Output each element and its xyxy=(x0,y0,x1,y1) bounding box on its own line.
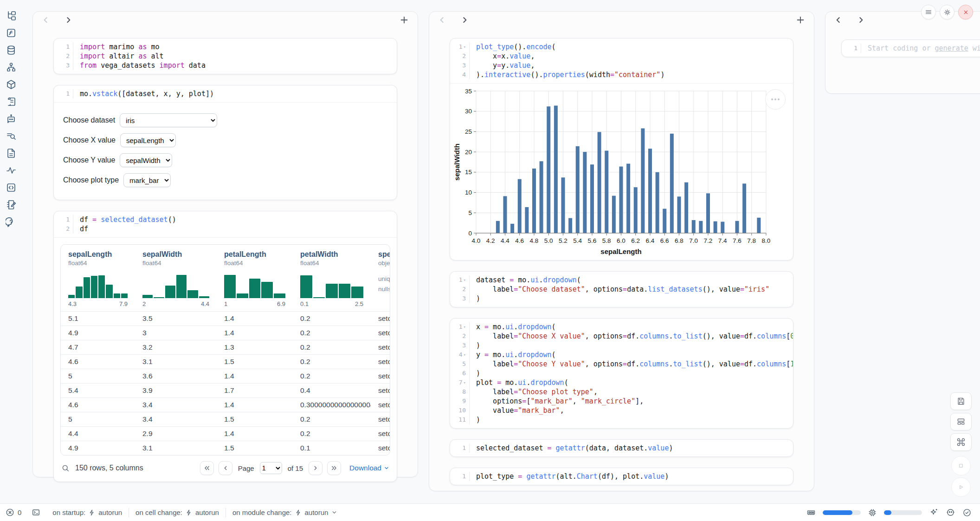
code-editor[interactable]: 1df = selected_dataset()2df xyxy=(54,211,397,237)
column-header[interactable]: sepalWidthfloat6424.4 xyxy=(135,250,217,307)
first-page-button[interactable] xyxy=(200,461,214,475)
cell-dataframe[interactable]: 1df = selected_dataset()2df sepalLengthf… xyxy=(53,211,397,482)
functions-icon[interactable] xyxy=(6,27,17,39)
code-line[interactable]: 3) xyxy=(450,341,793,350)
code-line[interactable]: 1mo.vstack([dataset, x, y, plot]) xyxy=(54,89,397,98)
column-scroll-right-icon[interactable] xyxy=(460,15,469,25)
code-line[interactable]: 2df xyxy=(54,224,397,234)
code-line[interactable]: 4).interactive().properties(width="conta… xyxy=(450,70,793,79)
fold-chevron-icon[interactable]: ▾ xyxy=(464,45,466,49)
generate-link[interactable]: generate xyxy=(935,44,968,52)
code-editor[interactable]: 1plot_type = getattr(alt.Chart(df), plot… xyxy=(450,468,793,485)
on-module-change-setting[interactable]: on module change: autorun xyxy=(232,508,337,516)
connection-status-button[interactable] xyxy=(962,508,972,517)
code-editor[interactable]: 1import marimo as mo2import altair as al… xyxy=(54,39,397,74)
packages-icon[interactable] xyxy=(6,79,17,90)
column-scroll-left-icon[interactable] xyxy=(41,15,51,25)
layout-grid-button[interactable] xyxy=(950,413,972,430)
errors-indicator[interactable]: 0 xyxy=(6,508,21,517)
code-line[interactable]: 2import altair as alt xyxy=(54,52,397,61)
code-line[interactable]: 11) xyxy=(450,415,793,424)
column-scroll-left-icon[interactable] xyxy=(438,15,447,25)
chat-bot-icon[interactable] xyxy=(6,113,17,124)
control-select[interactable]: iris xyxy=(120,113,217,127)
column-scroll-right-icon[interactable] xyxy=(856,15,865,25)
next-page-button[interactable] xyxy=(309,461,322,475)
code-editor[interactable]: 1▾x = mo.ui.dropdown(2 label="Choose X v… xyxy=(450,319,793,428)
script-log-icon[interactable] xyxy=(6,96,17,107)
run-button[interactable] xyxy=(951,477,971,497)
last-page-button[interactable] xyxy=(327,461,341,475)
add-cell-icon[interactable] xyxy=(399,15,409,25)
editor-placeholder[interactable]: Start coding or generate with xyxy=(861,44,980,53)
column-header[interactable]: sepalLengthfloat644.37.9 xyxy=(61,250,135,307)
code-line[interactable]: 9 options=["mark_bar", "mark_circle"], xyxy=(450,397,793,406)
code-editor[interactable]: 1mo.vstack([dataset, x, y, plot]) xyxy=(54,85,397,102)
column-scroll-right-icon[interactable] xyxy=(64,15,73,25)
code-editor[interactable]: 1▾dataset = mo.ui.dropdown(2 label="Choo… xyxy=(450,272,793,307)
code-editor[interactable]: 1▾plot_type().encode(2 x=x.value,3 y=y.v… xyxy=(450,39,793,83)
ai-sparkle-button[interactable] xyxy=(929,508,939,517)
add-cell-icon[interactable] xyxy=(795,15,806,25)
code-line[interactable]: 2 label="Choose dataset", options=data.l… xyxy=(450,285,793,294)
column-scroll-left-icon[interactable] xyxy=(834,15,843,25)
table-search-icon[interactable] xyxy=(61,464,70,472)
column-header[interactable]: petalWidthfloat640.12.5 xyxy=(293,250,371,307)
bar-chart[interactable]: 4.04.24.44.64.85.05.25.45.65.86.06.26.46… xyxy=(450,84,793,260)
chart-menu-button[interactable] xyxy=(765,89,786,110)
fold-chevron-icon[interactable]: ▾ xyxy=(464,353,466,357)
control-select[interactable]: sepalWidth xyxy=(120,153,172,167)
code-line[interactable]: 1▾dataset = mo.ui.dropdown( xyxy=(450,275,793,285)
command-palette-button[interactable] xyxy=(950,433,972,451)
code-line[interactable]: 8 label="Choose plot type", xyxy=(450,387,793,397)
prev-page-button[interactable] xyxy=(219,461,232,475)
dependency-graph-icon[interactable] xyxy=(6,62,17,73)
stop-button[interactable] xyxy=(951,456,971,475)
code-line[interactable]: 4▾y = mo.ui.dropdown( xyxy=(450,350,793,359)
code-line[interactable]: 1selected_dataset = getattr(data, datase… xyxy=(450,443,793,453)
column-header[interactable]: petalLengthfloat6416.9 xyxy=(217,250,293,307)
cell-xy-plot-dropdowns[interactable]: 1▾x = mo.ui.dropdown(2 label="Choose X v… xyxy=(450,318,793,429)
assistant-bot-button[interactable] xyxy=(946,508,955,517)
cell-plot-type[interactable]: 1plot_type = getattr(alt.Chart(df), plot… xyxy=(450,468,793,485)
code-line[interactable]: 2 x=x.value, xyxy=(450,52,793,61)
on-startup-setting[interactable]: on startup: autorun xyxy=(52,508,122,516)
code-line[interactable]: 6) xyxy=(450,369,793,378)
settings-gear-button[interactable] xyxy=(940,5,954,20)
code-line[interactable]: 1plot_type = getattr(alt.Chart(df), plot… xyxy=(450,472,793,481)
code-line[interactable]: 3) xyxy=(450,294,793,303)
help-icon[interactable] xyxy=(6,216,17,228)
download-button[interactable]: Download xyxy=(349,464,389,472)
cell-vstack[interactable]: 1mo.vstack([dataset, x, y, plot]) Choose… xyxy=(53,85,397,200)
fold-chevron-icon[interactable]: ▾ xyxy=(464,381,466,385)
code-editor[interactable]: 1selected_dataset = getattr(data, datase… xyxy=(450,440,793,456)
cell-imports[interactable]: 1import marimo as mo2import altair as al… xyxy=(53,38,397,74)
code-line[interactable]: 3from vega_datasets import data xyxy=(54,61,397,70)
code-line[interactable]: 1▾x = mo.ui.dropdown( xyxy=(450,322,793,332)
column-header[interactable]: speciesobjectunique:nulls: xyxy=(371,250,390,307)
cell-empty-editor[interactable]: 1 Start coding or generate with xyxy=(841,39,980,57)
code-line[interactable]: 1import marimo as mo xyxy=(54,42,397,52)
code-line[interactable]: 7▾plot = mo.ui.dropdown( xyxy=(450,378,793,387)
fold-chevron-icon[interactable]: ▾ xyxy=(464,325,466,329)
terminal-button[interactable] xyxy=(32,508,40,517)
on-cell-change-setting[interactable]: on cell change: autorun xyxy=(135,508,219,516)
cell-dataset-dropdown[interactable]: 1▾dataset = mo.ui.dropdown(2 label="Choo… xyxy=(450,271,793,307)
database-icon[interactable] xyxy=(6,45,17,56)
save-button[interactable] xyxy=(950,392,972,410)
control-select[interactable]: sepalLength xyxy=(120,133,176,147)
file-tree-icon[interactable] xyxy=(6,10,17,21)
page-select[interactable]: 1 xyxy=(260,462,282,474)
code-line[interactable]: 1df = selected_dataset() xyxy=(54,215,397,224)
tracing-icon[interactable] xyxy=(6,165,17,176)
menu-button[interactable] xyxy=(921,5,936,20)
documentation-icon[interactable] xyxy=(6,148,17,159)
cell-selected-dataset[interactable]: 1selected_dataset = getattr(data, datase… xyxy=(450,439,793,457)
cell-plot[interactable]: 1▾plot_type().encode(2 x=x.value,3 y=y.v… xyxy=(450,38,793,260)
control-select[interactable]: mark_bar xyxy=(123,173,171,187)
scratchpad-icon[interactable] xyxy=(6,199,17,210)
snippets-icon[interactable] xyxy=(6,182,17,193)
code-line[interactable]: 3 y=y.value, xyxy=(450,61,793,70)
code-line[interactable]: 2 label="Choose X value", options=df.col… xyxy=(450,332,793,341)
fold-chevron-icon[interactable]: ▾ xyxy=(464,278,466,282)
